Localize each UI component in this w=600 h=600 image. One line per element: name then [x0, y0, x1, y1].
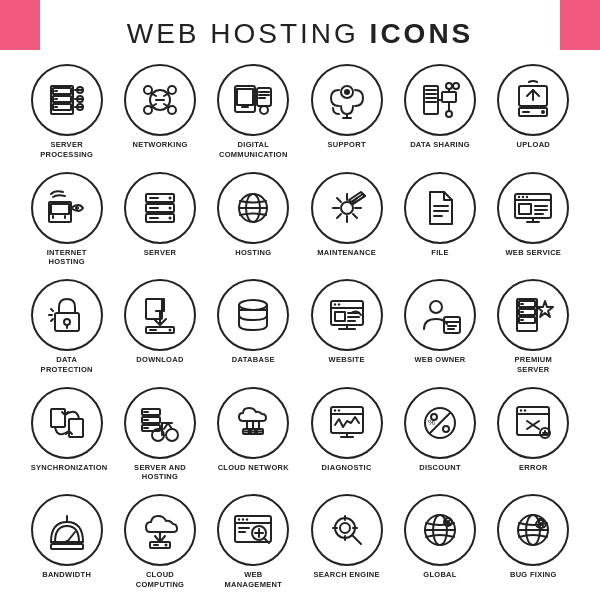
page-title: WEB HOSTING ICONS — [0, 0, 600, 50]
svg-rect-37 — [442, 92, 456, 102]
icon-diagnostic: DIAGNOSTIC — [300, 381, 393, 489]
svg-rect-111 — [335, 312, 345, 321]
icon-search-engine: SEARCH ENGINE — [300, 488, 393, 596]
svg-point-168 — [520, 409, 522, 411]
corner-decoration-tr — [560, 0, 600, 50]
svg-point-61 — [168, 196, 171, 199]
svg-point-109 — [333, 303, 335, 305]
icons-grid: SERVERPROCESSING NETWORKING — [0, 50, 600, 596]
icon-data-sharing: DATA SHARING — [393, 58, 486, 166]
svg-point-55 — [75, 206, 79, 210]
icon-web-owner: WEB OWNER — [393, 273, 486, 381]
svg-rect-179 — [51, 544, 83, 549]
svg-point-63 — [168, 216, 171, 219]
icon-cloud-network: CLOUD NETWORK — [207, 381, 300, 489]
icon-download: DOWNLOAD — [113, 273, 206, 381]
corner-decoration-tl — [0, 0, 40, 50]
svg-point-70 — [341, 202, 353, 214]
icon-data-protection: DATAPROTECTION — [20, 273, 113, 381]
svg-point-188 — [246, 518, 248, 520]
icon-bandwidth: BANDWIDTH — [20, 488, 113, 596]
icon-server-processing: SERVERPROCESSING — [20, 58, 113, 166]
svg-point-187 — [242, 518, 244, 520]
icon-server-and-hosting: SERVER ANDHOSTING — [113, 381, 206, 489]
icon-discount: % DISCOUNT — [393, 381, 486, 489]
svg-marker-130 — [537, 301, 553, 317]
icon-file: FILE — [393, 166, 486, 274]
svg-text:%: % — [428, 418, 435, 427]
svg-rect-87 — [519, 204, 531, 214]
icon-server: SERVER — [113, 166, 206, 274]
icon-hosting: HOSTING — [207, 166, 300, 274]
svg-point-183 — [164, 544, 167, 547]
icon-maintenance: MAINTENANCE — [300, 166, 393, 274]
svg-line-197 — [352, 535, 361, 544]
icon-digital-communication: DIGITALCOMMUNICATION — [207, 58, 300, 166]
svg-point-159 — [333, 409, 335, 411]
icon-website: WEBSITE — [300, 273, 393, 381]
svg-point-118 — [430, 301, 442, 313]
svg-line-99 — [51, 319, 53, 321]
svg-point-186 — [238, 518, 240, 520]
svg-line-75 — [337, 198, 341, 202]
icon-web-service: WEB SERVICE — [487, 166, 580, 274]
icon-premium-server: PREMIUM SERVER — [487, 273, 580, 381]
icon-web-management: WEBMANAGEMENT — [207, 488, 300, 596]
svg-rect-24 — [237, 89, 253, 105]
icon-internet-hosting: INTERNETHOSTING — [20, 166, 113, 274]
svg-point-144 — [166, 429, 178, 441]
svg-point-44 — [453, 83, 459, 89]
icon-synchronization: SYNCHRONIZATION — [20, 381, 113, 489]
icon-upload: UPLOAD — [487, 58, 580, 166]
svg-point-196 — [340, 523, 350, 533]
svg-line-78 — [337, 214, 341, 218]
svg-point-85 — [522, 195, 524, 197]
icon-networking: NETWORKING — [113, 58, 206, 166]
icon-global: GLOBAL — [393, 488, 486, 596]
icon-support: SUPPORT — [300, 58, 393, 166]
icon-bug-fixing: BUG FIXING — [487, 488, 580, 596]
svg-rect-54 — [51, 204, 69, 214]
icon-database: DATABASE — [207, 273, 300, 381]
svg-point-86 — [526, 195, 528, 197]
svg-line-97 — [51, 309, 53, 311]
svg-point-30 — [260, 106, 268, 114]
svg-point-105 — [239, 300, 267, 310]
svg-point-35 — [344, 89, 350, 95]
svg-line-76 — [353, 214, 357, 218]
icon-cloud-computing: CLOUDCOMPUTING — [113, 488, 206, 596]
svg-point-104 — [168, 329, 171, 332]
svg-point-110 — [337, 303, 339, 305]
svg-point-169 — [524, 409, 526, 411]
svg-point-163 — [443, 426, 449, 432]
svg-point-62 — [168, 206, 171, 209]
svg-point-160 — [337, 409, 339, 411]
icon-error: ERROR — [487, 381, 580, 489]
svg-point-84 — [518, 195, 520, 197]
svg-point-52 — [541, 110, 545, 114]
